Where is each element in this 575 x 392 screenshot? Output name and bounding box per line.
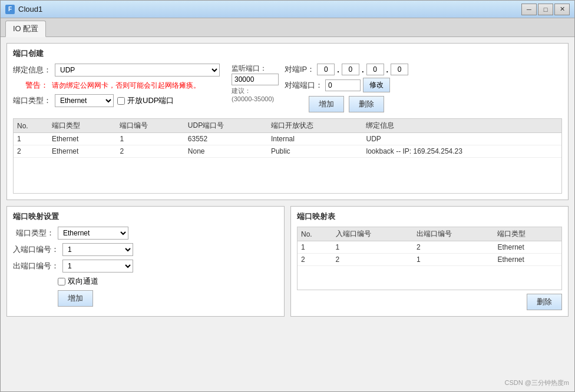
col-udp-port: UDP端口号 [184, 119, 267, 133]
cell-port-no: 2 [116, 145, 184, 158]
bidirectional-row: 双向通道 [13, 276, 278, 287]
cell-port-no: 1 [116, 133, 184, 145]
map-col-out: 出端口编号 [413, 227, 494, 241]
bidirectional-label[interactable]: 双向通道 [58, 276, 98, 287]
out-port-row: 出端口编号： 1 2 [13, 260, 278, 273]
in-port-label: 入端口编号： [13, 244, 59, 255]
mapping-table-body: 1 1 2 Ethernet 2 2 1 Ethernet [298, 241, 561, 266]
listen-panel: 监听端口： 建议：(30000-35000) [232, 64, 279, 112]
binding-label: 绑定信息： [13, 65, 51, 75]
out-port-select[interactable]: 1 2 [62, 260, 133, 273]
ip-part-2[interactable] [342, 64, 359, 75]
cell-no: 2 [14, 145, 48, 158]
listen-port-input[interactable] [232, 74, 279, 85]
title-bar: F Cloud1 ─ □ ✕ [1, 1, 574, 18]
udp-open-checkbox-label[interactable]: 开放UDP端口 [117, 95, 174, 106]
cell-udp-port: None [184, 145, 267, 158]
port-table-container: No. 端口类型 端口编号 UDP端口号 端口开放状态 绑定信息 1 Ether… [13, 118, 562, 194]
ip-part-4[interactable] [391, 64, 408, 75]
map-cell-no: 2 [298, 254, 332, 266]
cell-binding: UDP [362, 133, 561, 145]
map-col-in: 入端口编号 [332, 227, 413, 241]
map-port-type-row: 端口类型： Ethernet Serial [13, 227, 278, 240]
ip-dot-2: . [362, 65, 364, 74]
table-row[interactable]: 2 2 1 Ethernet [298, 254, 561, 266]
map-cell-type: Ethernet [494, 254, 561, 266]
cell-udp-port: 63552 [184, 133, 267, 145]
cell-binding: lookback -- IP: 169.254.254.23 [362, 145, 561, 158]
add-delete-row: 增加 删除 [285, 96, 408, 112]
map-delete-row: 删除 [297, 294, 562, 310]
binding-select[interactable]: UDP TCP Ethernet [55, 64, 220, 77]
listen-port-label: 监听端口： [232, 64, 279, 74]
peer-config: 对端IP： . . . 对端端口： 修改 [285, 64, 408, 112]
port-type-select[interactable]: Ethernet Serial [55, 94, 114, 107]
mapping-settings-title: 端口映射设置 [13, 211, 278, 222]
cell-open-state: Internal [267, 133, 363, 145]
cell-no: 1 [14, 133, 48, 145]
peer-port-input[interactable] [325, 79, 361, 91]
warning-message: 请勿绑定公网网卡，否则可能会引起网络瘫痪。 [52, 81, 200, 91]
mapping-table-title: 端口映射表 [297, 211, 562, 222]
warning-label: 警告： [13, 80, 48, 91]
mapping-table-container: No. 入端口编号 出端口编号 端口类型 1 1 2 Ethernet 2 2 … [297, 227, 562, 290]
top-area: 绑定信息： UDP TCP Ethernet 警告： 请勿绑定公网网卡，否则可能… [13, 64, 562, 112]
port-mapping-settings-section: 端口映射设置 端口类型： Ethernet Serial 入端口编号： 1 2 [6, 206, 285, 317]
modify-button[interactable]: 修改 [363, 78, 390, 92]
warning-row: 警告： 请勿绑定公网网卡，否则可能会引起网络瘫痪。 [13, 80, 220, 91]
bidirectional-text: 双向通道 [68, 276, 98, 287]
ip-dot-3: . [386, 65, 389, 74]
out-port-label: 出端口编号： [13, 261, 59, 271]
watermark: CSDN @三分钟热度m [504, 378, 569, 387]
port-table: No. 端口类型 端口编号 UDP端口号 端口开放状态 绑定信息 1 Ether… [14, 119, 561, 158]
app-icon: F [5, 5, 15, 14]
left-form: 绑定信息： UDP TCP Ethernet 警告： 请勿绑定公网网卡，否则可能… [13, 64, 220, 111]
port-type-row: 端口类型： Ethernet Serial 开放UDP端口 [13, 94, 220, 107]
hint-text: 建议：(30000-35000) [232, 87, 279, 102]
tab-io-config[interactable]: IO 配置 [5, 21, 46, 37]
port-creation-section: 端口创建 绑定信息： UDP TCP Ethernet 警告： [6, 43, 569, 200]
ip-part-1[interactable] [317, 64, 335, 75]
delete-port-button[interactable]: 删除 [349, 96, 384, 112]
maximize-button[interactable]: □ [538, 4, 553, 15]
map-cell-type: Ethernet [494, 241, 561, 254]
in-port-row: 入端口编号： 1 2 [13, 243, 278, 256]
port-type-label: 端口类型： [13, 95, 51, 106]
bidirectional-checkbox[interactable] [58, 278, 65, 285]
map-cell-in: 1 [332, 241, 413, 254]
minimize-button[interactable]: ─ [521, 4, 537, 15]
close-button[interactable]: ✕ [554, 4, 570, 15]
map-col-no: No. [298, 227, 332, 241]
ip-dot-1: . [337, 65, 339, 74]
cell-type: Ethernet [48, 133, 116, 145]
add-port-button[interactable]: 增加 [309, 96, 344, 112]
content-area: 端口创建 绑定信息： UDP TCP Ethernet 警告： [1, 37, 574, 391]
table-row[interactable]: 1 1 2 Ethernet [298, 241, 561, 254]
table-row[interactable]: 1 Ethernet 1 63552 Internal UDP [14, 133, 561, 145]
mapping-table: No. 入端口编号 出端口编号 端口类型 1 1 2 Ethernet 2 2 … [298, 227, 561, 266]
in-port-select[interactable]: 1 2 [62, 243, 133, 256]
map-delete-button[interactable]: 删除 [527, 294, 562, 310]
map-add-button[interactable]: 增加 [58, 290, 93, 307]
map-cell-out: 2 [413, 241, 494, 254]
mapping-table-header: No. 入端口编号 出端口编号 端口类型 [298, 227, 561, 241]
ip-part-3[interactable] [366, 64, 384, 75]
map-col-type: 端口类型 [494, 227, 561, 241]
window-title: Cloud1 [18, 5, 42, 14]
udp-open-checkbox[interactable] [117, 97, 125, 105]
title-controls: ─ □ ✕ [521, 4, 570, 15]
map-port-type-label: 端口类型： [13, 228, 54, 238]
peer-ip-label: 对端IP： [285, 64, 315, 75]
peer-port-label: 对端端口： [285, 80, 323, 91]
table-padding [14, 158, 561, 193]
table-row[interactable]: 2 Ethernet 2 None Public lookback -- IP:… [14, 145, 561, 158]
cell-open-state: Public [267, 145, 363, 158]
peer-port-row: 对端端口： 修改 [285, 78, 408, 92]
map-cell-out: 1 [413, 254, 494, 266]
port-mapping-table-section: 端口映射表 No. 入端口编号 出端口编号 端口类型 1 [290, 206, 569, 317]
map-cell-in: 2 [332, 254, 413, 266]
map-table-padding [298, 266, 561, 290]
tab-bar: IO 配置 [1, 18, 574, 37]
udp-open-label: 开放UDP端口 [127, 95, 174, 106]
map-port-type-select[interactable]: Ethernet Serial [58, 227, 128, 240]
